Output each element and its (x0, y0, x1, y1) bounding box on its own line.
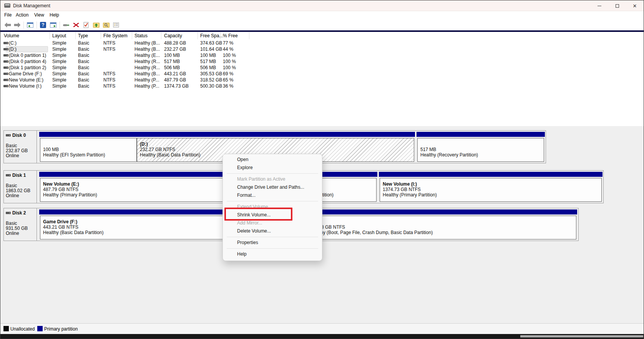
refresh-icon[interactable] (62, 21, 70, 29)
table-row[interactable]: (D:)SimpleBasicNTFSHealthy (B...232.27 G… (0, 46, 644, 52)
cell-type: Basic (78, 83, 89, 89)
menu-item-change-drive-letter-and-paths[interactable]: Change Drive Letter and Paths... (223, 183, 322, 191)
menu-separator (223, 172, 322, 175)
table-row[interactable]: Game Drive (F:)SimpleBasicNTFSHealthy (B… (0, 71, 644, 77)
column-header-type[interactable]: Type (78, 33, 88, 38)
column-header-capacity[interactable]: Capacity (164, 33, 182, 38)
menu-item-explore[interactable]: Explore (223, 164, 322, 172)
cell-layout: Simple (52, 47, 66, 52)
disk-panel-disk-0[interactable]: Disk 0Basic232.87 GBOnline (4, 131, 37, 163)
volume-list: VolumeLayoutTypeFile SystemStatusCapacit… (0, 32, 644, 126)
cell-free: 506 MB (200, 65, 216, 70)
partition-color-strip (136, 132, 415, 137)
table-row[interactable]: (Disk 1 partition 2)SimpleBasicHealthy (… (0, 65, 644, 71)
cell-status: Healthy (P... (134, 77, 159, 83)
partition-box[interactable]: 100 MBHealthy (EFI System Partition) (40, 138, 137, 162)
partition-color-strip (306, 209, 577, 214)
disk-panel-disk-1[interactable]: Disk 1Basic1863.02 GBOnline (4, 171, 37, 203)
partition-box[interactable]: New Volume (I:)1374.73 GB NTFSHealthy (P… (380, 178, 602, 202)
cell-capacity: 487.79 GB (164, 77, 186, 83)
view-options-icon[interactable] (112, 21, 120, 29)
partition-size-line: 232.27 GB NTFS (140, 147, 175, 152)
partition-status-line: Healthy (Primary Partition) (43, 192, 97, 198)
cell-fs: NTFS (103, 40, 115, 46)
back-icon[interactable] (3, 21, 12, 29)
cell-volume: New Volume (E:) (9, 77, 43, 83)
column-header-free-spa[interactable]: Free Spa... (200, 33, 223, 38)
partition-size-line: 517 MB (420, 147, 436, 152)
explore-folder-icon[interactable] (102, 21, 110, 29)
table-row[interactable]: New Volume (E:)SimpleBasicNTFSHealthy (P… (0, 77, 644, 83)
action-pane-icon[interactable] (49, 21, 57, 29)
disk-size: 1863.02 GB (6, 188, 30, 193)
partition-size-line: 100 MB (43, 147, 59, 152)
partition-box[interactable]: 517 MBHealthy (Recovery Partition) (417, 138, 544, 162)
header-separator (198, 32, 198, 39)
menubar-item-view[interactable]: View (34, 12, 44, 18)
menu-item-help[interactable]: Help (223, 250, 322, 258)
cell-capacity: 443.21 GB (164, 71, 186, 76)
partition-status-line: Healthy (Basic Data Partition) (140, 152, 200, 158)
shrink-volume-highlight-box (224, 208, 292, 221)
partition-healthy-recovery-partition[interactable]: 517 MBHealthy (Recovery Partition) (417, 131, 545, 163)
disk-type: Basic (6, 183, 17, 188)
disk-name: Disk 2 (12, 210, 26, 216)
minimize-button[interactable] (591, 0, 608, 11)
menu-item-format[interactable]: Format... (223, 191, 322, 199)
table-row[interactable]: New Volume (I:)SimpleBasicNTFSHealthy (P… (0, 83, 644, 89)
cell-status: Healthy (B... (134, 47, 160, 52)
maximize-button[interactable] (608, 0, 626, 11)
cell-volume: (Disk 0 partition 4) (9, 59, 46, 64)
menu-item-open[interactable]: Open (223, 156, 322, 164)
open-folder-icon[interactable] (92, 21, 100, 29)
partition-healthy-efi-system-partition[interactable]: 100 MBHealthy (EFI System Partition) (39, 131, 138, 163)
disk-type: Basic (6, 143, 17, 148)
toolbar-separator (60, 22, 60, 28)
partition-status-line: Healthy (Boot, Page File, Crash Dump, Ba… (310, 230, 433, 235)
forward-icon[interactable] (13, 21, 22, 29)
legend-label-unallocated: Unallocated (10, 326, 35, 332)
cell-type: Basic (78, 59, 89, 64)
bottom-status-bar (0, 334, 644, 339)
column-header-free[interactable]: % Free (223, 33, 238, 38)
menubar-item-action[interactable]: Action (16, 12, 28, 18)
partition-new-volume-i[interactable]: New Volume (I:)1374.73 GB NTFSHealthy (P… (379, 171, 603, 203)
cell-layout: Simple (52, 65, 66, 70)
disk-panel-disk-2[interactable]: Disk 2Basic931.50 GBOnline (4, 208, 37, 241)
table-row[interactable]: (Disk 0 partition 4)SimpleBasicHealthy (… (0, 58, 644, 65)
app-icon (4, 3, 10, 8)
console-tree-icon[interactable] (26, 21, 34, 29)
partition-color-strip (39, 132, 138, 137)
cell-pct_free: 44 % (223, 47, 233, 52)
column-header-layout[interactable]: Layout (52, 33, 66, 38)
table-row[interactable]: (Disk 0 partition 1)SimpleBasicHealthy (… (0, 52, 644, 58)
close-button[interactable]: ✕ (626, 0, 644, 11)
menu-item-properties[interactable]: Properties (223, 239, 322, 247)
partition-status-line: Healthy (Basic Data Partition) (43, 230, 103, 235)
column-header-file-system[interactable]: File System (103, 33, 128, 38)
cell-fs: NTFS (103, 47, 115, 52)
table-row[interactable]: (C:)SimpleBasicNTFSHealthy (B...488.28 G… (0, 40, 644, 46)
volume-icon (3, 73, 8, 75)
properties-icon[interactable] (82, 21, 90, 29)
menubar-item-help[interactable]: Help (50, 12, 59, 18)
menu-separator (223, 247, 322, 250)
column-header-volume[interactable]: Volume (4, 33, 19, 38)
header-separator (50, 32, 50, 39)
partition-size-line: 487.79 GB NTFS (43, 187, 78, 192)
menu-item-delete-volume[interactable]: Delete Volume... (223, 227, 322, 235)
cell-volume: New Volume (I:) (9, 83, 41, 89)
partition-c[interactable]: (C:)488.28 GB NTFSHealthy (Boot, Page Fi… (306, 208, 577, 241)
volume-icon (3, 85, 8, 87)
cell-free: 318.52 GB (200, 77, 222, 83)
cell-layout: Simple (52, 53, 66, 58)
menubar-item-file[interactable]: File (4, 12, 12, 18)
cell-layout: Simple (52, 77, 66, 83)
bottom-scrollbar[interactable] (520, 335, 643, 337)
disk-management-window: { "window": { "title": "Disk Management"… (0, 0, 644, 339)
window-title: Disk Management (13, 3, 50, 8)
column-header-status[interactable]: Status (134, 33, 148, 38)
delete-icon[interactable] (72, 21, 80, 29)
help-icon[interactable]: ? (39, 21, 47, 29)
partition-box[interactable]: (C:)488.28 GB NTFSHealthy (Boot, Page Fi… (307, 216, 576, 239)
